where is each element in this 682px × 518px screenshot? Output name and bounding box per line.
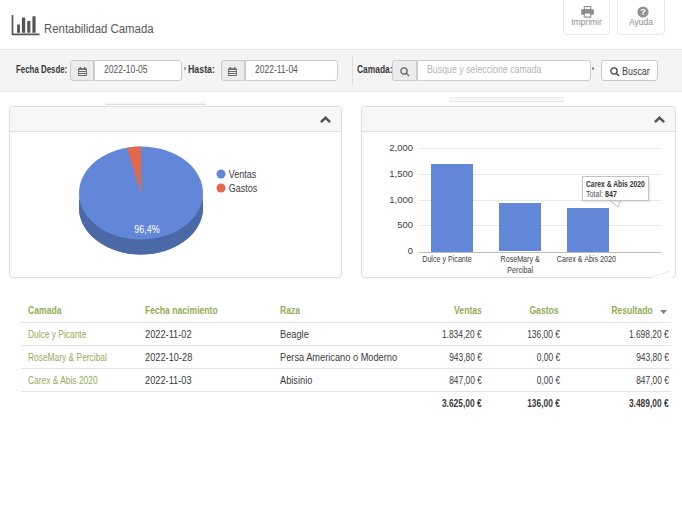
svg-text:Ventas: Ventas bbox=[229, 168, 257, 180]
svg-text:96,4%: 96,4% bbox=[134, 223, 160, 235]
svg-text:?: ? bbox=[640, 7, 646, 17]
svg-text:Gastos: Gastos bbox=[229, 182, 258, 194]
